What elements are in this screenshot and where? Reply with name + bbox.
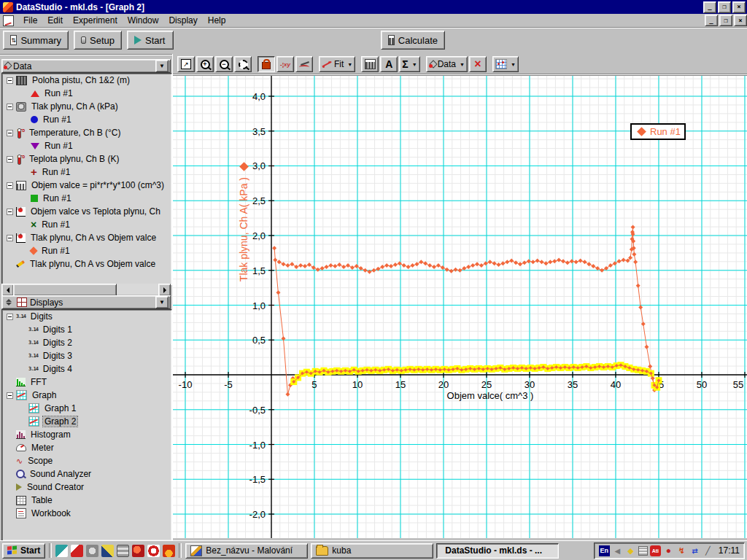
display-child-item[interactable]: 3.14Digits 3 <box>2 349 171 362</box>
run-item[interactable]: Run #1 <box>2 192 171 205</box>
zoom-select-button[interactable] <box>234 56 252 72</box>
text-annotation-button[interactable]: A <box>380 56 398 72</box>
display-child-item[interactable]: 3.14Digits 2 <box>2 336 171 349</box>
ati-tray-icon[interactable]: Ati <box>650 545 661 556</box>
menu-item-help[interactable]: Help <box>203 14 231 27</box>
title-bar[interactable]: DataStudio - mkl.ds - [Graph 2] _ ❐ × <box>0 0 747 14</box>
display-item[interactable]: Graph <box>2 389 171 402</box>
delete-button[interactable]: × <box>469 56 487 72</box>
expand-box[interactable] <box>7 314 13 320</box>
data-item[interactable]: Poloha pistu, Ch 1&2 (m) <box>2 74 171 87</box>
restore-button[interactable]: ❐ <box>718 1 731 13</box>
display-item[interactable]: Sound Creator <box>2 481 171 494</box>
run-item[interactable]: Run #1 <box>2 244 171 257</box>
data-item[interactable]: Tlak plynu, Ch A vs Objem valce <box>2 257 171 271</box>
calculator-icon[interactable] <box>117 545 129 557</box>
run-item[interactable]: ×Run #1 <box>2 218 171 231</box>
dragon-icon[interactable] <box>132 545 144 557</box>
minimize-button[interactable]: _ <box>703 1 716 13</box>
display-item[interactable]: Sound Analyzer <box>2 467 171 481</box>
scale-to-fit-button[interactable]: ↗ <box>177 56 195 72</box>
data-item[interactable]: Tlak plynu, Ch A vs Objem valce <box>2 231 171 244</box>
data-item[interactable]: Objem valce = pi*r*r*y*100 (cm^3) <box>2 179 171 192</box>
dropdown-arrow-icon[interactable]: ▼ <box>511 62 516 67</box>
data-dropdown-button[interactable]: ▼ <box>155 60 169 72</box>
dropdown-arrow-icon[interactable]: ▼ <box>412 62 417 67</box>
run-item[interactable]: Run #1 <box>2 87 171 100</box>
display-item[interactable]: Table <box>2 494 171 507</box>
summary-button[interactable]: ⇅ Summary <box>3 31 69 50</box>
display-child-item[interactable]: Graph 2 <box>2 415 171 428</box>
menu-item-experiment[interactable]: Experiment <box>68 14 123 27</box>
data-tree-hscrollbar[interactable] <box>1 284 171 295</box>
diamond-tray-icon[interactable]: ◆ <box>625 545 636 556</box>
expand-box[interactable] <box>7 104 13 110</box>
dropdown-arrow-icon[interactable]: ▼ <box>347 62 352 67</box>
expand-box[interactable] <box>7 182 13 189</box>
pen-tray-icon[interactable]: ╱ <box>703 545 713 556</box>
display-item[interactable]: 3.14Digits <box>2 310 171 323</box>
run-item[interactable]: Run #1 <box>2 139 171 152</box>
run-item[interactable]: Run #1 <box>2 113 171 126</box>
chart-canvas[interactable]: 4,03,53,02,52,01,51,00,5-0,5-1,0-1,5-2,0… <box>173 76 747 538</box>
run-item[interactable]: +Run #1 <box>2 166 171 179</box>
display-child-item[interactable]: 3.14Digits 1 <box>2 323 171 336</box>
data-menu-button[interactable]: Data▼ <box>426 56 468 72</box>
pen-icon[interactable] <box>101 545 114 557</box>
display-child-item[interactable]: Graph 1 <box>2 402 171 415</box>
scrollbar-thumb[interactable] <box>13 284 117 296</box>
graph-plot-area[interactable]: 4,03,53,02,52,01,51,00,5-0,5-1,0-1,5-2,0… <box>173 75 747 538</box>
flames-icon[interactable] <box>163 545 175 557</box>
data-panel-header[interactable]: Data ▼ <box>1 59 171 73</box>
show-xy-tool-button[interactable]: -¦xy <box>276 56 294 72</box>
power-tray-icon[interactable]: ↯ <box>676 545 687 556</box>
data-item[interactable]: Tlak plynu, Ch A (kPa) <box>2 100 171 113</box>
bird-icon[interactable] <box>86 545 98 557</box>
fit-menu-button[interactable]: Fit▼ <box>319 56 355 72</box>
zoom-in-button[interactable]: + <box>196 56 214 72</box>
scheduler-tray-icon[interactable] <box>638 546 648 556</box>
graph-document-icon[interactable] <box>3 15 14 26</box>
menu-item-file[interactable]: File <box>18 14 42 27</box>
expand-box[interactable] <box>7 209 13 215</box>
paint-icon[interactable] <box>55 545 68 557</box>
displays-dropdown-button[interactable]: ▼ <box>155 296 169 308</box>
expand-box[interactable] <box>7 156 13 163</box>
volume-icon[interactable]: ◀ <box>612 545 623 556</box>
data-item[interactable]: Temperature, Ch B (°C) <box>2 126 171 139</box>
display-item[interactable]: ∿Scope <box>2 454 171 467</box>
mdi-close-button[interactable]: × <box>734 15 747 26</box>
mdi-minimize-button[interactable]: _ <box>705 15 718 26</box>
data-item[interactable]: Objem valce vs Teplota plynu, Ch <box>2 205 171 218</box>
display-item[interactable]: Workbook <box>2 507 171 520</box>
display-item[interactable]: FFT <box>2 376 171 389</box>
display-item[interactable]: Meter <box>2 441 171 454</box>
zoom-out-button[interactable]: − <box>215 56 233 72</box>
menu-item-display[interactable]: Display <box>163 14 202 27</box>
task-button-1[interactable]: Bez_názvu - Malování <box>185 543 308 559</box>
task-button-3[interactable]: DataStudio - mkl.ds - ... <box>436 543 559 559</box>
scroll-left-button[interactable] <box>1 284 14 296</box>
scroll-right-button[interactable] <box>158 284 171 296</box>
start-button[interactable]: Start <box>127 31 174 50</box>
legend[interactable]: Run #1 <box>630 123 686 140</box>
display-child-item[interactable]: 3.14Digits 4 <box>2 362 171 376</box>
setup-button[interactable]: Setup <box>74 31 122 50</box>
data-item[interactable]: Teplota plynu, Ch B (K) <box>2 152 171 166</box>
figure-tray-icon[interactable]: ● <box>663 545 674 556</box>
opera-icon[interactable] <box>147 545 160 557</box>
smart-tool-button[interactable] <box>258 56 275 72</box>
task-button-2[interactable]: kuba <box>311 543 433 559</box>
expand-box[interactable] <box>7 392 13 399</box>
calculate-button[interactable]: Calculate <box>381 31 445 50</box>
expand-box[interactable] <box>7 77 13 84</box>
mdi-restore-button[interactable]: ❐ <box>719 15 732 26</box>
expand-box[interactable] <box>7 235 13 241</box>
display-item[interactable]: Histogram <box>2 428 171 441</box>
dropdown-arrow-icon[interactable]: ▼ <box>460 62 465 67</box>
displays-panel-header[interactable]: Displays ▼ <box>1 295 171 309</box>
sync-arrows-tray-icon[interactable]: ⇄ <box>689 545 700 556</box>
slope-tool-button[interactable] <box>295 56 313 72</box>
menu-item-edit[interactable]: Edit <box>42 14 68 27</box>
statistics-button[interactable]: Σ▼ <box>399 56 419 72</box>
